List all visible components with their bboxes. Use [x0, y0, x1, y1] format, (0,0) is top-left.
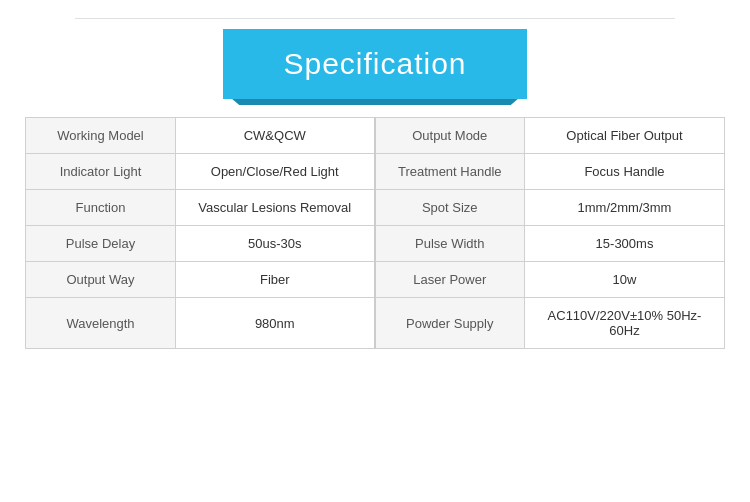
table-row: Indicator LightOpen/Close/Red LightTreat… [26, 154, 725, 190]
label-cell-2: Powder Supply [375, 298, 525, 349]
spec-table: Working ModelCW&QCWOutput ModeOptical Fi… [25, 117, 725, 349]
value-cell-1: Vascular Lesions Removal [176, 190, 375, 226]
page-title: Specification [283, 47, 466, 81]
table-row: FunctionVascular Lesions RemovalSpot Siz… [26, 190, 725, 226]
title-banner: Specification [223, 29, 526, 99]
label-cell-2: Output Mode [375, 118, 525, 154]
table-row: Pulse Delay50us-30sPulse Width15-300ms [26, 226, 725, 262]
value-cell-2: AC110V/220V±10% 50Hz-60Hz [525, 298, 725, 349]
title-banner-wrapper: Specification [223, 29, 526, 99]
value-cell-2: Focus Handle [525, 154, 725, 190]
label-cell-2: Treatment Handle [375, 154, 525, 190]
page-wrapper: Specification Working ModelCW&QCWOutput … [0, 0, 750, 502]
label-cell-1: Indicator Light [26, 154, 176, 190]
value-cell-1: Open/Close/Red Light [176, 154, 375, 190]
label-cell-1: Function [26, 190, 176, 226]
table-row: Working ModelCW&QCWOutput ModeOptical Fi… [26, 118, 725, 154]
label-cell-2: Pulse Width [375, 226, 525, 262]
value-cell-1: CW&QCW [176, 118, 375, 154]
label-cell-1: Pulse Delay [26, 226, 176, 262]
value-cell-1: 50us-30s [176, 226, 375, 262]
table-row: Output WayFiberLaser Power10w [26, 262, 725, 298]
label-cell-1: Working Model [26, 118, 176, 154]
top-line [75, 18, 675, 19]
label-cell-1: Wavelength [26, 298, 176, 349]
label-cell-1: Output Way [26, 262, 176, 298]
table-row: Wavelength980nmPowder SupplyAC110V/220V±… [26, 298, 725, 349]
value-cell-1: 980nm [176, 298, 375, 349]
value-cell-2: Optical Fiber Output [525, 118, 725, 154]
label-cell-2: Laser Power [375, 262, 525, 298]
value-cell-2: 1mm/2mm/3mm [525, 190, 725, 226]
value-cell-1: Fiber [176, 262, 375, 298]
value-cell-2: 15-300ms [525, 226, 725, 262]
spec-table-wrapper: Working ModelCW&QCWOutput ModeOptical Fi… [25, 117, 725, 349]
label-cell-2: Spot Size [375, 190, 525, 226]
value-cell-2: 10w [525, 262, 725, 298]
